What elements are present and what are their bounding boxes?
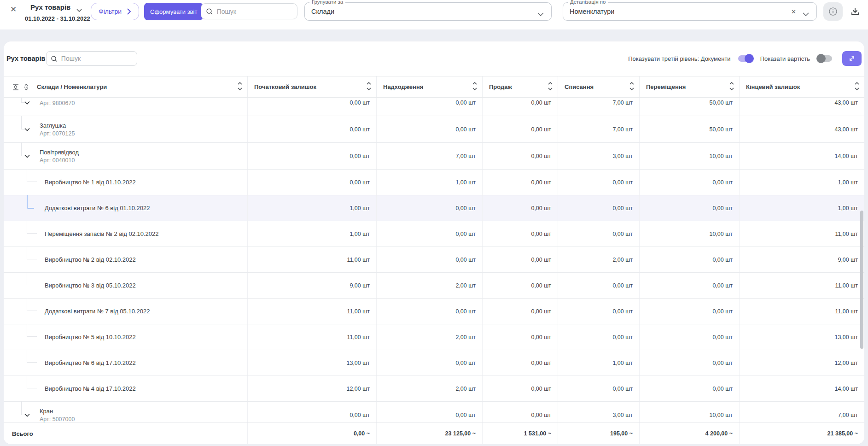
third-level-toggle[interactable] (738, 55, 753, 62)
close-icon[interactable]: ✕ (10, 6, 17, 13)
clear-icon[interactable]: ✕ (791, 8, 796, 15)
table-search-input[interactable] (61, 55, 133, 62)
cell-value: 10,00 шт (640, 221, 740, 246)
document-row[interactable]: Додаткові витрати № 6 від 01.10.20221,00… (4, 195, 864, 221)
document-row[interactable]: Додаткові витрати № 7 від 05.10.202211,0… (4, 299, 864, 324)
vertical-scrollbar[interactable] (860, 211, 863, 349)
cell-value: 13,00 шт (248, 350, 377, 376)
row-name-block: Виробництво № 4 від 17.10.2022 (45, 385, 136, 392)
chevron-down-icon[interactable] (24, 153, 30, 159)
cell-value: 9,00 шт (740, 247, 864, 272)
tree-connector-line (27, 221, 37, 234)
cell-value: 2,00 шт (377, 273, 483, 298)
cell-value: 0,00 шт (558, 221, 640, 246)
document-row[interactable]: Виробництво № 3 від 05.10.20229,00 шт2,0… (4, 273, 864, 299)
row-name-block: ЗаглушкаАрт: 0070125 (40, 122, 75, 137)
chevron-down-icon[interactable] (24, 126, 30, 133)
document-name: Виробництво № 4 від 17.10.2022 (45, 385, 136, 392)
row-name-cell: Виробництво № 5 від 10.10.2022 (4, 324, 248, 350)
info-button[interactable] (823, 2, 843, 21)
cell-value: 43,00 шт (740, 98, 864, 116)
info-icon (828, 7, 838, 16)
generate-report-button[interactable]: Сформувати звіт (144, 3, 203, 20)
download-icon (850, 6, 860, 17)
sort-icon[interactable] (854, 82, 860, 93)
filters-button-label: Фільтри (99, 8, 122, 15)
cell-value: 0,00 шт (640, 299, 740, 324)
document-row[interactable]: Виробництво № 2 від 02.10.202211,00 шт0,… (4, 247, 864, 273)
row-name-block: Виробництво № 5 від 10.10.2022 (45, 334, 136, 340)
sort-icon[interactable] (472, 82, 478, 93)
filters-button[interactable]: Фільтри (91, 3, 139, 20)
total-writeoffs: 195,00 ~ (558, 423, 640, 444)
document-row[interactable]: Виробництво № 4 від 17.10.202212,00 шт2,… (4, 376, 864, 402)
column-label: Надходження (383, 83, 423, 90)
document-row[interactable]: Переміщення запасів № 2 від 02.10.20221,… (4, 221, 864, 247)
document-name: Переміщення запасів № 2 від 02.10.2022 (45, 230, 158, 237)
chevron-down-icon[interactable] (537, 10, 544, 18)
row-name-cell: ЗаглушкаАрт: 0070125 (4, 116, 248, 142)
item-row[interactable]: ПовітрявідводАрт: 00400100,00 шт7,00 шт0… (4, 143, 864, 170)
generate-report-label: Сформувати звіт (150, 8, 197, 15)
cell-value: 0,00 шт (483, 221, 558, 246)
document-row[interactable]: Виробництво № 1 від 01.10.20220,00 шт1,0… (4, 170, 864, 195)
item-article: Арт: 9800670 (40, 100, 75, 106)
sort-icon[interactable] (548, 82, 553, 93)
chevron-down-icon[interactable] (76, 6, 82, 14)
sort-icon[interactable] (237, 82, 243, 93)
row-name-cell: Переміщення запасів № 2 від 02.10.2022 (4, 221, 248, 246)
cost-toggle[interactable] (817, 55, 832, 62)
search-input[interactable] (217, 8, 292, 15)
group-by-select[interactable]: Групувати за Склади (304, 2, 552, 21)
column-label: Списання (565, 83, 594, 90)
cell-value: 1,00 шт (248, 195, 377, 221)
cell-value: 1,00 шт (740, 170, 864, 195)
top-toolbar: ✕ Рух товарів 01.10.2022 - 31.10.2022 Фі… (0, 0, 868, 29)
document-row[interactable]: Виробництво № 5 від 10.10.202211,00 шт2,… (4, 324, 864, 350)
row-name-cell: Виробництво № 1 від 01.10.2022 (4, 170, 248, 195)
search-icon (206, 7, 213, 16)
column-label: Початковий залишок (254, 83, 316, 90)
tree-connector-line (27, 246, 37, 259)
sort-icon[interactable] (629, 82, 635, 93)
cell-value: 0,00 шт (558, 376, 640, 401)
row-name-cell: Додаткові витрати № 6 від 01.10.2022 (4, 195, 248, 221)
detail-by-select[interactable]: Деталізація по Номенклатури ✕ (563, 2, 817, 21)
sort-icon[interactable] (729, 82, 734, 93)
item-row[interactable]: ЗаглушкаАрт: 00701250,00 шт0,00 шт0,00 ш… (4, 116, 864, 143)
chevron-down-icon[interactable] (24, 100, 30, 106)
chevron-down-icon[interactable] (803, 10, 809, 18)
column-label: Кінцевий залишок (746, 83, 800, 90)
date-range[interactable]: 01.10.2022 - 31.10.2022 (25, 15, 90, 22)
cell-value: 0,00 шт (377, 350, 483, 376)
cell-value: 12,00 шт (740, 350, 864, 376)
totals-label: Всього (4, 423, 248, 444)
expand-fullscreen-button[interactable] (842, 51, 862, 66)
cell-value: 0,00 шт (377, 195, 483, 221)
sort-icon[interactable] (366, 82, 372, 93)
item-row[interactable]: Арт: 98006700,00 шт0,00 шт0,00 шт7,00 шт… (4, 98, 864, 116)
cell-value: 1,00 шт (740, 195, 864, 221)
item-row[interactable]: КранАрт: 50070000,00 шт0,00 шт0,00 шт3,0… (4, 402, 864, 423)
tree-connector-line (27, 195, 34, 209)
cell-value: 0,00 шт (377, 247, 483, 272)
download-button[interactable] (849, 5, 862, 18)
cell-value: 0,00 шт (558, 273, 640, 298)
row-name-block: Додаткові витрати № 7 від 05.10.2022 (45, 308, 150, 315)
toggle-knob (745, 54, 754, 63)
collapse-all-icon[interactable] (23, 83, 30, 91)
cell-value: 0,00 шт (483, 195, 558, 221)
column-label: Склади / Номенклатури (37, 83, 107, 90)
cell-value: 3,00 шт (558, 143, 640, 169)
expand-all-icon[interactable] (12, 83, 19, 91)
row-name-block: Додаткові витрати № 6 від 01.10.2022 (45, 205, 150, 211)
chevron-down-icon[interactable] (24, 412, 30, 418)
document-row[interactable]: Виробництво № 6 від 17.10.202213,00 шт0,… (4, 350, 864, 376)
cell-value: 0,00 шт (483, 350, 558, 376)
cell-value: 0,00 шт (248, 170, 377, 195)
row-name-block: Виробництво № 2 від 02.10.2022 (45, 256, 136, 263)
document-name: Виробництво № 5 від 10.10.2022 (45, 334, 136, 340)
cell-value: 0,00 шт (483, 170, 558, 195)
cell-value: 2,00 шт (558, 247, 640, 272)
cell-value: 11,00 шт (740, 273, 864, 298)
